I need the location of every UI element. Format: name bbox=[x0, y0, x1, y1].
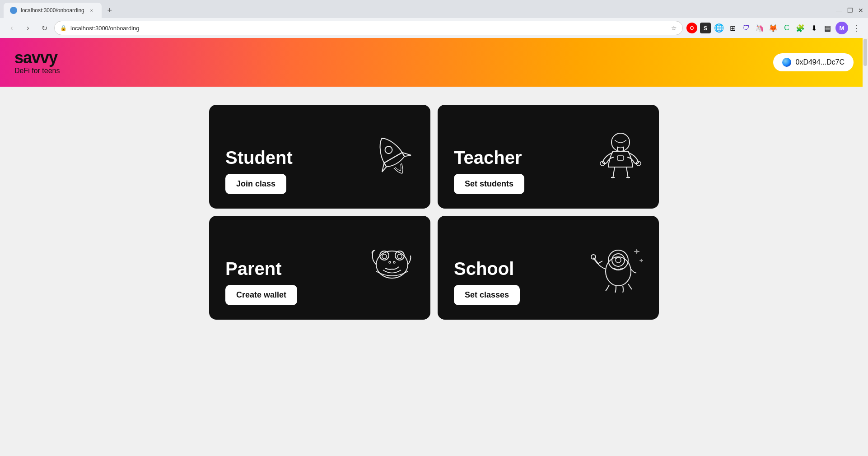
profile-button[interactable]: M bbox=[835, 22, 848, 34]
svg-rect-4 bbox=[617, 156, 624, 160]
student-card[interactable]: Student Join class bbox=[209, 105, 430, 209]
svg-point-1 bbox=[611, 133, 630, 151]
address-text: localhost:3000/onboarding bbox=[70, 25, 667, 32]
ext-face-icon[interactable]: 🦊 bbox=[768, 23, 779, 33]
tab-favicon-icon bbox=[10, 7, 17, 14]
creature-illustration bbox=[591, 237, 650, 298]
svg-point-12 bbox=[606, 257, 631, 286]
window-controls: — ❐ ✕ bbox=[835, 7, 864, 14]
frog-illustration bbox=[363, 237, 421, 298]
svg-point-15 bbox=[616, 257, 621, 263]
cards-grid: Student Join class bbox=[209, 105, 659, 412]
set-classes-button[interactable]: Set classes bbox=[454, 285, 520, 305]
lock-icon: 🔒 bbox=[60, 25, 67, 31]
teacher-card[interactable]: Teacher Set students bbox=[438, 105, 659, 209]
ext-grape-icon[interactable]: 🦄 bbox=[754, 23, 765, 33]
svg-point-11 bbox=[393, 261, 395, 263]
svg-point-14 bbox=[612, 254, 625, 266]
ext-sidebar-icon[interactable]: ▤ bbox=[822, 23, 833, 33]
astronaut-illustration bbox=[591, 126, 650, 187]
logo-section: savvy DeFi for teens bbox=[14, 50, 60, 75]
app-main: Student Join class bbox=[0, 87, 868, 430]
svg-point-9 bbox=[397, 254, 402, 259]
svg-point-13 bbox=[608, 250, 628, 270]
tab-close-button[interactable]: × bbox=[88, 7, 95, 14]
scrollbar[interactable] bbox=[863, 38, 868, 456]
browser-menu-button[interactable]: ⋮ bbox=[851, 21, 863, 35]
reload-button[interactable]: ↻ bbox=[38, 22, 51, 34]
tab-title: localhost:3000/onboarding bbox=[21, 7, 84, 14]
svg-point-8 bbox=[382, 254, 387, 259]
ext-download-icon[interactable]: ⬇ bbox=[808, 23, 819, 33]
app-tagline: DeFi for teens bbox=[14, 67, 60, 75]
ext-shield-icon[interactable]: 🛡 bbox=[741, 23, 751, 33]
set-students-button[interactable]: Set students bbox=[454, 174, 524, 194]
rocket-illustration bbox=[363, 126, 421, 187]
browser-extensions: O S 🌐 ⊞ 🛡 🦄 🦊 C 🧩 ⬇ ▤ M ⋮ bbox=[686, 21, 863, 35]
minimize-button[interactable]: — bbox=[835, 7, 843, 14]
school-card[interactable]: School Set classes bbox=[438, 216, 659, 320]
close-button[interactable]: ✕ bbox=[857, 7, 864, 14]
opera-icon[interactable]: O bbox=[686, 23, 697, 33]
parent-card[interactable]: Parent Create wallet bbox=[209, 216, 430, 320]
ext-puzzle-icon[interactable]: 🧩 bbox=[795, 23, 806, 33]
app-header: savvy DeFi for teens 0xD494...Dc7C bbox=[0, 38, 868, 87]
app-logo: savvy bbox=[14, 50, 60, 66]
bookmark-icon[interactable]: ☆ bbox=[671, 24, 677, 32]
back-button[interactable]: ‹ bbox=[5, 22, 18, 34]
ext-g-icon[interactable]: 🌐 bbox=[714, 23, 724, 33]
ext-s-icon[interactable]: S bbox=[700, 23, 711, 33]
wallet-avatar-icon bbox=[782, 58, 791, 67]
forward-button[interactable]: › bbox=[22, 22, 34, 34]
browser-tab[interactable]: localhost:3000/onboarding × bbox=[4, 3, 102, 18]
scrollbar-thumb[interactable] bbox=[863, 39, 867, 66]
browser-toolbar: ‹ › ↻ 🔒 localhost:3000/onboarding ☆ O S … bbox=[0, 18, 868, 38]
browser-chrome: localhost:3000/onboarding × + — ❐ ✕ ‹ › … bbox=[0, 0, 868, 38]
maximize-button[interactable]: ❐ bbox=[846, 7, 854, 14]
create-wallet-button[interactable]: Create wallet bbox=[225, 285, 297, 305]
wallet-address: 0xD494...Dc7C bbox=[796, 58, 845, 66]
join-class-button[interactable]: Join class bbox=[225, 174, 286, 194]
address-bar[interactable]: 🔒 localhost:3000/onboarding ☆ bbox=[54, 21, 683, 35]
browser-titlebar: localhost:3000/onboarding × + — ❐ ✕ bbox=[0, 0, 868, 18]
ext-green-icon[interactable]: C bbox=[781, 23, 792, 33]
svg-point-0 bbox=[384, 145, 394, 155]
ext-apps-icon[interactable]: ⊞ bbox=[727, 23, 738, 33]
wallet-button[interactable]: 0xD494...Dc7C bbox=[773, 53, 854, 71]
new-tab-button[interactable]: + bbox=[103, 4, 116, 17]
svg-point-10 bbox=[389, 261, 391, 263]
